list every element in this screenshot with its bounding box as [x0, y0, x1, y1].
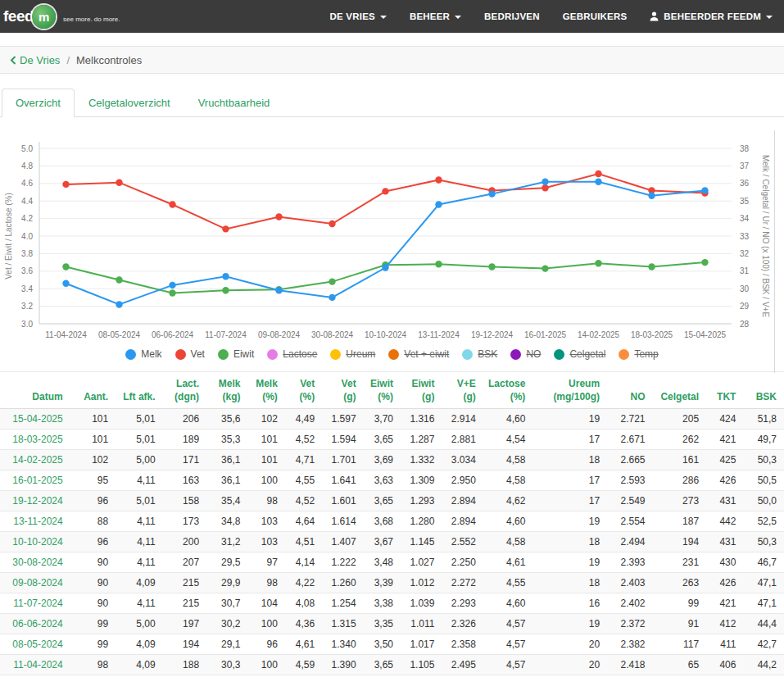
row-date-link[interactable]: 15-04-2025 [0, 409, 70, 430]
logo-text: feed [3, 7, 34, 25]
column-header-eiwit: Eiwit(%) [364, 372, 401, 409]
legend-item-temp[interactable]: Temp [619, 348, 658, 360]
cell-ureum-mg-100g: 19 [532, 511, 607, 532]
cell-vet-g: 1.701 [322, 450, 363, 471]
cell-lactose: 4,57 [483, 655, 533, 675]
cell-tkt: 426 [706, 573, 743, 593]
row-date-link[interactable]: 11-07-2024 [0, 593, 70, 614]
tab-celgetaloverzicht[interactable]: Celgetaloverzicht [75, 89, 184, 117]
cell-eiwit: 3,39 [364, 573, 401, 593]
row-date-link[interactable]: 10-10-2024 [0, 532, 70, 552]
svg-text:10-10-2024: 10-10-2024 [365, 330, 407, 339]
table-row: 30-08-2024904,1120729,5974,141.2223,481.… [0, 552, 784, 573]
cell-eiwit-g: 1.293 [401, 491, 442, 511]
cell-tkt: 412 [706, 614, 743, 634]
cell-tkt: 421 [706, 593, 743, 614]
milk-controls-chart-panel: 3.03.23.43.63.84.04.24.44.64.85.02829303… [0, 129, 784, 363]
series-color-dot [388, 349, 399, 360]
chevron-down-icon [766, 16, 773, 19]
cell-melk-kg: 30,2 [206, 614, 247, 634]
cell-bsk: 44,2 [743, 655, 784, 675]
cell-aant: 88 [70, 511, 116, 532]
legend-item-ureum[interactable]: Ureum [330, 348, 375, 360]
legend-item-melk[interactable]: Melk [125, 348, 161, 360]
table-row: 15-04-20251015,0120635,61024,491.5973,70… [0, 409, 784, 430]
row-date-link[interactable]: 08-05-2024 [0, 634, 70, 655]
row-date-link[interactable]: 30-08-2024 [0, 552, 70, 573]
nav-item-beheer[interactable]: BEHEER [410, 11, 461, 21]
svg-text:13-11-2024: 13-11-2024 [418, 330, 460, 339]
svg-text:29: 29 [740, 302, 750, 311]
cell-v-e-g: 2.293 [442, 593, 483, 614]
row-date-link[interactable]: 18-03-2025 [0, 430, 70, 450]
legend-item-lactose[interactable]: Lactose [267, 348, 317, 360]
cell-tkt: 406 [706, 655, 743, 675]
cell-lft-afk: 4,11 [116, 532, 162, 552]
cell-vet-g: 1.601 [322, 491, 363, 511]
cell-vet-g: 1.594 [322, 430, 363, 450]
cell-melk-kg: 31,2 [206, 532, 247, 552]
row-date-link[interactable]: 19-12-2024 [0, 491, 70, 511]
cell-celgetal: 187 [653, 511, 707, 532]
cell-vet: 4,22 [285, 573, 322, 593]
svg-text:3.2: 3.2 [21, 302, 33, 311]
cell-v-e-g: 2.250 [442, 552, 483, 573]
legend-item-eiwit[interactable]: Eiwit [218, 348, 254, 360]
svg-text:4.8: 4.8 [21, 161, 33, 170]
cell-vet-g: 1.614 [322, 511, 363, 532]
legend-item-vet[interactable]: Vet [175, 348, 205, 360]
cell-bsk: 49,7 [743, 430, 784, 450]
nav-item-gebruikers[interactable]: GEBRUIKERS [563, 11, 628, 21]
column-header-aant: Aant. [70, 372, 116, 409]
cell-tkt: 431 [706, 532, 743, 552]
column-header-ureum-mg-100g: Ureum(mg/100g) [532, 372, 607, 409]
cell-bsk: 47,1 [743, 593, 784, 614]
svg-text:5.0: 5.0 [21, 144, 33, 153]
cell-no: 2.372 [607, 614, 652, 634]
cell-ureum-mg-100g: 17 [532, 491, 607, 511]
cell-ureum-mg-100g: 18 [532, 532, 607, 552]
chart-scrollbar[interactable] [774, 130, 775, 373]
cell-no: 2.671 [607, 430, 652, 450]
legend-item-celgetal[interactable]: Celgetal [554, 348, 605, 360]
svg-text:33: 33 [740, 232, 750, 241]
cell-melk-kg: 29,5 [206, 552, 247, 573]
nav-item-beheerder-feedm[interactable]: BEHEERDER FEEDM [650, 11, 773, 21]
cell-lact-dgn: 171 [163, 450, 206, 471]
cell-bsk: 42,7 [743, 634, 784, 655]
row-date-link[interactable]: 13-11-2024 [0, 511, 70, 532]
cell-tkt: 442 [706, 511, 743, 532]
cell-bsk: 51,8 [743, 409, 784, 430]
tab-overzicht[interactable]: Overzicht [2, 89, 75, 117]
row-date-link[interactable]: 16-01-2025 [0, 471, 70, 491]
legend-item-bsk[interactable]: BSK [462, 348, 497, 360]
row-date-link[interactable]: 11-04-2024 [0, 655, 70, 675]
breadcrumb-back-link[interactable]: De Vries [10, 54, 60, 66]
nav-item-de-vries[interactable]: DE VRIES [330, 11, 387, 21]
cell-no: 2.721 [607, 409, 652, 430]
series-color-dot [218, 349, 229, 360]
cell-vet-g: 1.222 [322, 552, 363, 573]
cell-no: 2.549 [607, 491, 652, 511]
app-logo[interactable]: feed m see more. do more. [2, 5, 120, 29]
cell-aant: 90 [70, 573, 116, 593]
tab-vruchtbaarheid[interactable]: Vruchtbaarheid [184, 89, 284, 117]
column-header-melk-kg: Melk(kg) [206, 372, 247, 409]
row-date-link[interactable]: 09-08-2024 [0, 573, 70, 593]
cell-tkt: 421 [706, 430, 743, 450]
legend-item-vet-eiwit[interactable]: Vet + eiwit [388, 348, 449, 360]
cell-lactose: 4,58 [483, 532, 533, 552]
milk-controls-chart: 3.03.23.43.63.84.04.24.44.64.85.02829303… [0, 129, 784, 343]
row-date-link[interactable]: 06-06-2024 [0, 614, 70, 634]
row-date-link[interactable]: 14-02-2025 [0, 450, 70, 471]
cell-eiwit: 3,70 [364, 409, 401, 430]
cell-celgetal: 205 [653, 409, 707, 430]
svg-text:15-04-2025: 15-04-2025 [684, 330, 727, 339]
milk-controls-table: DatumAant.Lft afk.Lact.(dgn)Melk(kg)Melk… [0, 371, 784, 675]
legend-item-no[interactable]: NO [510, 348, 541, 360]
cell-bsk: 44,4 [743, 614, 784, 634]
cell-v-e-g: 2.950 [442, 471, 483, 491]
nav-item-bedrijven[interactable]: BEDRIJVEN [484, 11, 540, 21]
table-row: 11-07-2024904,1121530,71044,081.2543,381… [0, 593, 784, 614]
table-row: 06-06-2024995,0019730,21004,361.3153,351… [0, 614, 784, 634]
